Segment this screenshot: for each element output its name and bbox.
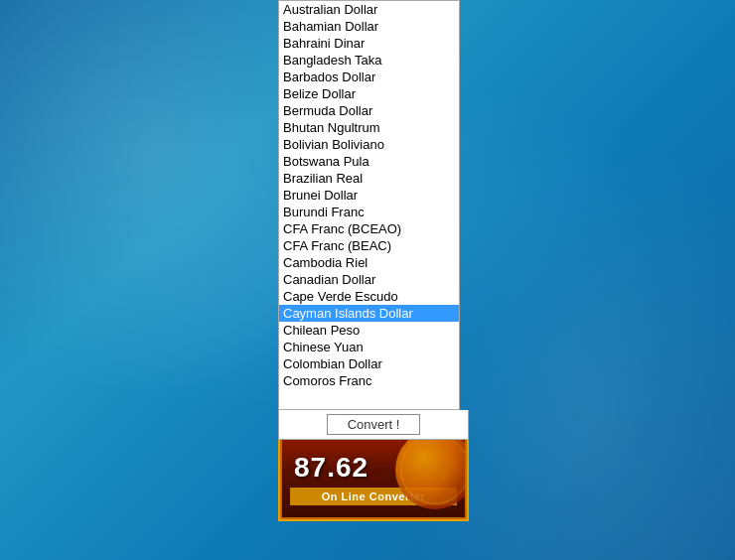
- convert-button-area: Convert !: [278, 410, 469, 440]
- bottom-widget-panel-border: 87.62 On Line Converter: [278, 440, 469, 521]
- currency-converter-widget: Australian DollarBahamian DollarBahraini…: [278, 0, 469, 521]
- list-item[interactable]: CFA Franc (BCEAO): [279, 220, 459, 237]
- convert-button[interactable]: Convert !: [327, 414, 421, 435]
- list-item[interactable]: Cayman Islands Dollar: [279, 305, 459, 322]
- list-item[interactable]: Bangladesh Taka: [279, 52, 459, 69]
- currency-listbox[interactable]: Australian DollarBahamian DollarBahraini…: [278, 0, 460, 410]
- list-item[interactable]: Bahraini Dinar: [279, 35, 459, 52]
- list-item[interactable]: CFA Franc (BEAC): [279, 237, 459, 254]
- list-item[interactable]: Canadian Dollar: [279, 271, 459, 288]
- bottom-widget-panel: 87.62 On Line Converter: [280, 440, 467, 519]
- list-item[interactable]: Colombian Dollar: [279, 355, 459, 372]
- list-item[interactable]: Burundi Franc: [279, 204, 459, 220]
- list-item[interactable]: Comoros Franc: [279, 372, 459, 389]
- list-item[interactable]: Chilean Peso: [279, 322, 459, 339]
- list-item[interactable]: Bermuda Dollar: [279, 102, 459, 119]
- list-item[interactable]: Bolivian Boliviano: [279, 136, 459, 153]
- list-item[interactable]: Cape Verde Escudo: [279, 288, 459, 305]
- list-item[interactable]: Bahamian Dollar: [279, 18, 459, 35]
- list-item[interactable]: Chinese Yuan: [279, 339, 459, 355]
- list-item[interactable]: Australian Dollar: [279, 1, 459, 18]
- list-item[interactable]: Brunei Dollar: [279, 187, 459, 204]
- list-item[interactable]: Cambodia Riel: [279, 254, 459, 271]
- list-item[interactable]: Botswana Pula: [279, 153, 459, 170]
- list-item[interactable]: Brazilian Real: [279, 170, 459, 187]
- list-item[interactable]: Bhutan Ngultrum: [279, 119, 459, 136]
- list-item[interactable]: Barbados Dollar: [279, 69, 459, 85]
- list-item[interactable]: Belize Dollar: [279, 85, 459, 102]
